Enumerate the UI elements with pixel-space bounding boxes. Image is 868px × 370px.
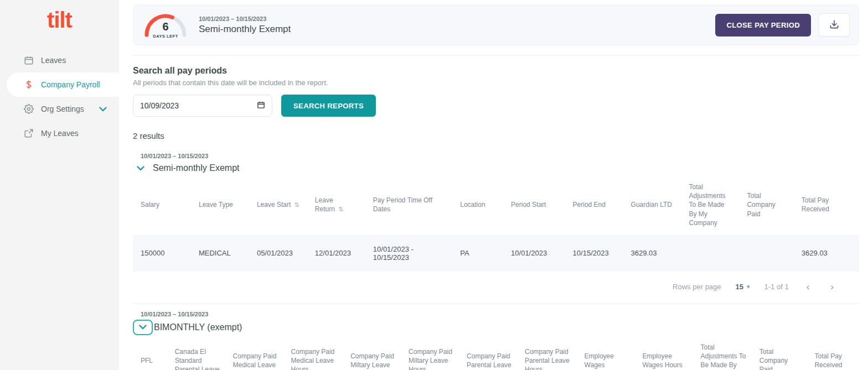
- chevron-down-icon: [139, 323, 147, 331]
- column-label: Company Paid Medical Leave: [233, 352, 277, 369]
- column-header-company-paid-miltary-leave-hours: Company Paid Miltary Leave Hours: [401, 335, 459, 370]
- column-label: Leave Return: [315, 196, 335, 213]
- column-header-leave-type: Leave Type: [191, 175, 249, 235]
- column-label: Employee Wages: [585, 352, 614, 369]
- table-cell: 05/01/2023: [249, 235, 307, 272]
- column-label: Total Company Paid: [747, 192, 775, 217]
- column-header-total-pay-received: Total Pay Received: [807, 335, 859, 370]
- column-label: Leave Start: [257, 201, 291, 209]
- result-block-semi-monthly: 10/01/2023 – 10/15/2023 Semi-monthly Exe…: [133, 153, 859, 175]
- sort-icon[interactable]: ⇅: [294, 201, 299, 208]
- calendar-icon: [23, 55, 34, 65]
- collapse-toggle-button[interactable]: [133, 320, 153, 335]
- sidebar: tilt Leaves Company Payroll: [0, 0, 119, 370]
- column-header-period-end: Period End: [565, 175, 623, 235]
- column-header-pfl: PFL: [133, 335, 167, 370]
- result-block-bimonthly: 10/01/2023 – 10/15/2023 BIMONTHLY (exemp…: [133, 311, 859, 335]
- previous-page-button[interactable]: ‹: [803, 282, 813, 293]
- column-header-employee-wages-hours: Employee Wages Hours: [635, 335, 693, 370]
- collapse-toggle-button[interactable]: [133, 161, 148, 175]
- days-left-label: DAYS LEFT: [142, 34, 189, 39]
- table-cell: [681, 235, 740, 272]
- sidebar-item-company-payroll[interactable]: Company Payroll: [7, 72, 119, 97]
- column-label: PFL: [141, 357, 153, 364]
- pay-period-title: Semi-monthly Exempt: [199, 24, 291, 35]
- column-label: Total Pay Received: [802, 196, 829, 213]
- sidebar-item-label: My Leaves: [41, 129, 79, 138]
- chevron-down-icon: [137, 164, 144, 173]
- column-label: Total Pay Received: [814, 352, 842, 369]
- table-row: 150000MEDICAL05/01/202312/01/202310/01/2…: [133, 235, 859, 272]
- column-label: Employee Wages Hours: [643, 352, 683, 369]
- column-header-total-company-paid: Total Company Paid: [752, 335, 807, 370]
- search-title: Search all pay periods: [133, 66, 859, 76]
- table-cell: MEDICAL: [191, 235, 249, 272]
- column-label: Company Paid Parental Leave Hours: [525, 348, 570, 370]
- sidebar-item-label: Company Payroll: [41, 80, 100, 89]
- calendar-icon[interactable]: [257, 101, 265, 111]
- chevron-down-icon[interactable]: [99, 107, 107, 112]
- column-header-company-paid-miltary-leave: Company Paid Miltary Leave: [343, 335, 401, 370]
- days-left-value: 6: [142, 20, 189, 33]
- rows-per-page-value: 15: [736, 283, 743, 291]
- result-title: Semi-monthly Exempt: [153, 163, 240, 173]
- column-header-pay-period-time-off-dates: Pay Period Time Off Dates: [365, 175, 452, 235]
- table-cell: [739, 235, 793, 272]
- pagination-range: 1-1 of 1: [764, 283, 789, 291]
- column-header-period-start: Period Start: [503, 175, 565, 235]
- rows-per-page-label: Rows per page: [673, 283, 721, 291]
- column-label: Company Paid Parental Leave: [467, 352, 512, 369]
- close-pay-period-button[interactable]: CLOSE PAY PERIOD: [715, 14, 811, 37]
- search-section: Search all pay periods All periods that …: [133, 66, 859, 117]
- column-label: Salary: [141, 201, 159, 209]
- pagination: Rows per page 15 ▾ 1-1 of 1 ‹ ›: [133, 272, 859, 304]
- download-button[interactable]: [819, 13, 850, 37]
- download-icon: [829, 19, 840, 32]
- column-label: Company Paid Miltary Leave Hours: [409, 348, 452, 370]
- column-label: Leave Type: [199, 201, 233, 209]
- column-header-total-pay-received: Total Pay Received: [794, 175, 859, 235]
- table-body: 150000MEDICAL05/01/202312/01/202310/01/2…: [133, 235, 859, 272]
- table-cell: 12/01/2023: [307, 235, 365, 272]
- column-header-leave-start[interactable]: Leave Start⇅: [249, 175, 307, 235]
- column-header-company-paid-parental-leave: Company Paid Parental Leave: [459, 335, 517, 370]
- column-header-leave-return[interactable]: Leave Return⇅: [307, 175, 365, 235]
- next-page-button[interactable]: ›: [827, 282, 837, 293]
- column-header-salary: Salary: [133, 175, 191, 235]
- gear-icon: [23, 104, 34, 114]
- column-label: Canada EI Standard Parental Leave: [175, 348, 220, 370]
- main-content: 6 DAYS LEFT 10/01/2023 – 10/15/2023 Semi…: [119, 0, 868, 370]
- column-header-company-paid-medical-leave: Company Paid Medical Leave: [225, 335, 283, 370]
- table-cell: 10/01/2023 - 10/15/2023: [365, 235, 452, 272]
- sidebar-item-org-settings[interactable]: Org Settings: [7, 97, 119, 121]
- search-controls: SEARCH REPORTS: [133, 95, 859, 117]
- pay-period-date-range: 10/01/2023 – 10/15/2023: [199, 15, 291, 22]
- days-left-gauge: 6 DAYS LEFT: [142, 12, 189, 40]
- search-date-input[interactable]: [140, 101, 257, 110]
- pay-period-info: 10/01/2023 – 10/15/2023 Semi-monthly Exe…: [199, 15, 291, 35]
- column-header-company-paid-parental-leave-hours: Company Paid Parental Leave Hours: [517, 335, 577, 370]
- rows-per-page-select[interactable]: 15 ▾: [736, 283, 750, 291]
- column-header-guardian-ltd: Guardian LTD: [623, 175, 681, 235]
- table-cell: 150000: [133, 235, 191, 272]
- table-cell: 3629.03: [794, 235, 859, 272]
- column-label: Total Adjustments To Be Made By My Compa…: [689, 183, 726, 227]
- result-title-row: BIMONTHLY (exempt): [133, 320, 859, 335]
- result-title: BIMONTHLY (exempt): [154, 322, 242, 332]
- tilt-logo: tilt: [0, 8, 119, 33]
- column-header-total-adjustments-to-be-made-by-my-company: Total Adjustments To Be Made By My Compa…: [693, 335, 751, 370]
- sidebar-item-my-leaves[interactable]: My Leaves: [7, 121, 119, 145]
- sidebar-item-label: Org Settings: [41, 105, 84, 113]
- table-header: PFLCanada EI Standard Parental LeaveComp…: [133, 335, 859, 370]
- app-window: tilt Leaves Company Payroll: [0, 0, 868, 370]
- column-label: Period End: [573, 201, 606, 209]
- header-actions: CLOSE PAY PERIOD: [715, 13, 850, 37]
- results-count: 2 results: [133, 131, 859, 140]
- sidebar-item-leaves[interactable]: Leaves: [7, 48, 119, 72]
- column-label: Total Adjustments To Be Made By My Compa…: [700, 343, 746, 370]
- caret-down-icon: ▾: [747, 283, 750, 290]
- sort-icon[interactable]: ⇅: [338, 206, 343, 212]
- search-reports-button[interactable]: SEARCH REPORTS: [281, 95, 376, 117]
- column-label: Company Paid Miltary Leave: [350, 352, 394, 369]
- table-cell: 3629.03: [623, 235, 681, 272]
